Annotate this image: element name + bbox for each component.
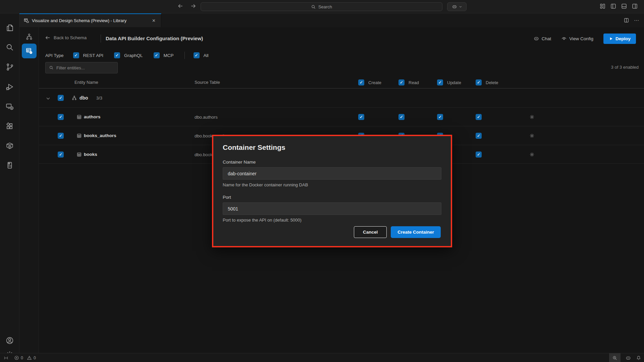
update-all-checkbox[interactable] (437, 79, 443, 85)
more-actions-icon[interactable]: ⋯ (634, 17, 639, 23)
vscode-window: Search Visualize and Design Schema (Prev… (0, 0, 644, 362)
row-settings-gear-icon[interactable] (529, 133, 535, 138)
read-checkbox[interactable] (398, 114, 405, 120)
eye-icon (561, 36, 567, 42)
history-back-icon[interactable] (177, 3, 184, 9)
table-icon (76, 152, 82, 157)
row-settings-gear-icon[interactable] (529, 152, 535, 157)
copilot-menu-button[interactable] (447, 2, 467, 11)
page-title: Data API Builder Configuration (Preview) (106, 36, 203, 41)
view-config-label: View Config (569, 36, 593, 41)
entity-name: books (84, 152, 97, 157)
container-name-input[interactable] (223, 167, 441, 180)
explorer-icon[interactable] (2, 20, 18, 36)
customize-layout-icon[interactable] (599, 3, 606, 9)
cancel-button[interactable]: Cancel (354, 226, 387, 238)
create-checkbox[interactable] (358, 114, 364, 120)
search-view-icon[interactable] (2, 39, 18, 55)
container-settings-dialog: Container Settings Container Name Name f… (212, 135, 452, 247)
col-update: Update (447, 80, 461, 85)
row-checkbox[interactable] (58, 114, 64, 120)
col-read: Read (409, 80, 419, 85)
database-projects-icon[interactable] (2, 157, 18, 173)
schema-view-icon[interactable] (25, 33, 33, 41)
remote-indicator-icon[interactable] (3, 355, 9, 361)
enabled-summary: 3 of 3 enabled (611, 65, 639, 70)
delete-checkbox[interactable] (476, 114, 482, 120)
toggle-primary-sidebar-icon[interactable] (610, 3, 616, 9)
row-checkbox[interactable] (58, 152, 64, 158)
chat-label: Chat (542, 36, 551, 41)
warning-icon (27, 355, 32, 360)
containers-icon[interactable] (2, 138, 18, 154)
entity-row-authors[interactable]: authors dbo.authors (39, 107, 644, 126)
mcp-label: MCP (164, 53, 174, 58)
all-label: All (204, 53, 209, 58)
filter-separator (184, 52, 185, 59)
run-debug-icon[interactable] (2, 79, 18, 95)
accounts-icon[interactable] (2, 333, 18, 349)
warning-count: 0 (34, 356, 36, 360)
dab-config-view-button[interactable] (22, 44, 37, 58)
title-bar: Search (0, 0, 644, 13)
create-all-checkbox[interactable] (358, 79, 364, 85)
designer-toolbar (19, 27, 39, 353)
error-count: 0 (21, 356, 23, 360)
read-all-checkbox[interactable] (398, 79, 405, 85)
row-checkbox[interactable] (58, 133, 64, 139)
copilot-status-icon[interactable] (625, 355, 631, 361)
table-icon (76, 114, 82, 120)
dbo-group-checkbox[interactable] (58, 95, 64, 101)
copilot-chat-icon (533, 36, 539, 42)
entity-source: dbo.authors (195, 115, 218, 120)
all-checkbox[interactable] (194, 52, 200, 58)
api-type-filter-group: API Type REST API GraphQL MCP All (45, 49, 219, 61)
chat-button[interactable]: Chat (533, 36, 551, 42)
view-config-button[interactable]: View Config (561, 36, 593, 42)
zoom-status-icon[interactable] (609, 353, 621, 362)
create-container-button[interactable]: Create Container (391, 226, 441, 238)
rest-api-checkbox[interactable] (73, 52, 79, 58)
group-name: dbo (79, 95, 88, 101)
search-icon (311, 4, 316, 9)
graphql-label: GraphQL (124, 53, 143, 58)
activity-bar (0, 13, 19, 353)
toggle-secondary-sidebar-icon[interactable] (632, 3, 638, 9)
back-to-schema-link[interactable]: Back to Schema (45, 35, 87, 41)
tab-close-icon[interactable]: ✕ (151, 18, 157, 23)
command-center-search[interactable]: Search (201, 2, 442, 11)
row-settings-gear-icon[interactable] (529, 114, 535, 120)
delete-all-checkbox[interactable] (476, 79, 482, 85)
problems-indicator[interactable]: 0 0 (14, 355, 36, 360)
filter-entities-input[interactable]: Filter entities... (45, 62, 118, 73)
arrow-left-icon (45, 35, 51, 41)
source-control-icon[interactable] (2, 59, 18, 75)
notifications-bell-icon[interactable] (636, 355, 641, 361)
tab-visualize-schema[interactable]: Visualize and Design Schema (Preview) - … (19, 13, 161, 27)
schema-group-row: dbo 3/3 (39, 88, 644, 107)
play-icon (609, 37, 613, 41)
dialog-title: Container Settings (223, 143, 441, 152)
graphql-checkbox[interactable] (114, 52, 120, 58)
delete-checkbox[interactable] (476, 133, 482, 139)
col-delete: Delete (486, 80, 498, 85)
mcp-checkbox[interactable] (154, 52, 160, 58)
update-checkbox[interactable] (437, 114, 443, 120)
editor-tab-bar: Visualize and Design Schema (Preview) - … (19, 13, 644, 27)
split-editor-icon[interactable] (624, 17, 629, 23)
collapse-chevron-icon[interactable] (46, 96, 51, 101)
extensions-icon[interactable] (2, 118, 18, 134)
history-forward-icon[interactable] (190, 3, 197, 9)
toggle-panel-icon[interactable] (621, 3, 627, 9)
col-create: Create (368, 80, 381, 85)
delete-checkbox[interactable] (476, 152, 482, 158)
col-source-table: Source Table (195, 80, 220, 85)
container-name-label: Container Name (223, 160, 441, 165)
table-icon (76, 133, 82, 138)
header-divider (101, 35, 101, 43)
schema-designer-tab-icon (23, 18, 29, 23)
port-label: Port (223, 195, 441, 200)
remote-explorer-icon[interactable] (2, 99, 18, 115)
deploy-button[interactable]: Deploy (603, 34, 636, 44)
port-input[interactable] (223, 202, 441, 215)
